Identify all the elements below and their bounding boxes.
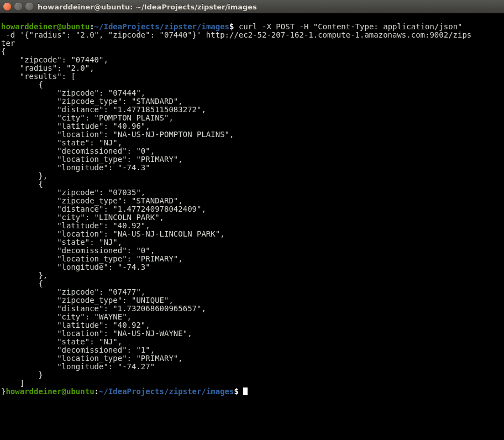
output-line: "longitude": "-74.27" xyxy=(1,362,155,371)
prompt-path-tilde: ~ xyxy=(95,22,99,31)
output-line: "location": "NA-US-NJ-WAYNE", xyxy=(1,329,192,338)
output-line: "distance": "1.477185115083272", xyxy=(1,105,206,114)
prompt-colon: : xyxy=(90,22,94,31)
maximize-icon[interactable] xyxy=(25,3,33,11)
output-line: "radius": "2.0", xyxy=(1,64,95,72)
output-line: "latitude": "40.96", xyxy=(1,122,150,130)
output-line: { xyxy=(1,47,6,56)
output-line: "decomissioned": "0", xyxy=(1,146,155,155)
window-controls xyxy=(3,3,33,11)
output-line: "location_type": "PRIMARY", xyxy=(1,254,183,263)
output-line: "zipcode": "07477", xyxy=(1,287,145,296)
cursor xyxy=(243,387,248,395)
output-line: { xyxy=(1,279,43,288)
window-title: howarddeiner@ubuntu: ~/IdeaProjects/zips… xyxy=(38,3,257,11)
output-line: { xyxy=(1,80,43,89)
command-line-2: -d '{"radius": "2.0", "zipcode": "07440"… xyxy=(1,30,471,39)
output-line: "longitude": "-74.3" xyxy=(1,163,150,172)
prompt-dollar: $ xyxy=(234,387,238,396)
output-line: }, xyxy=(1,271,48,280)
output-line: "location": "NA-US-NJ-LINCOLN PARK", xyxy=(1,229,225,238)
prompt-colon: : xyxy=(95,387,99,396)
command-line-3: ter xyxy=(1,39,15,48)
terminal-area[interactable]: howarddeiner@ubuntu:~/IdeaProjects/zipst… xyxy=(0,13,504,440)
close-icon[interactable] xyxy=(3,3,11,11)
output-line: "longitude": "-74.3" xyxy=(1,263,150,271)
output-line: "latitude": "40.92", xyxy=(1,321,150,329)
output-line: "city": "LINCOLN PARK", xyxy=(1,213,164,222)
output-line: { xyxy=(1,180,43,188)
output-line: "zipcode_type": "STANDARD", xyxy=(1,196,183,205)
output-line: "state": "NJ", xyxy=(1,337,122,346)
prompt-path-rest: /IdeaProjects/zipster/images xyxy=(99,22,229,31)
output-line: "latitude": "40.92", xyxy=(1,221,150,230)
terminal-content: howarddeiner@ubuntu:~/IdeaProjects/zipst… xyxy=(1,23,503,396)
output-line: "decomissioned": "1", xyxy=(1,345,155,354)
output-line: "city": "WAYNE", xyxy=(1,312,132,321)
prompt-user-host: howarddeiner@ubuntu xyxy=(1,22,90,31)
output-line: "results": [ xyxy=(1,72,76,81)
output-line: "distance": "1.477240978042409", xyxy=(1,205,206,213)
output-line: "location": "NA-US-NJ-POMPTON PLAINS", xyxy=(1,130,234,139)
output-line: } xyxy=(1,370,43,379)
output-line: "distance": "1.732068600965657", xyxy=(1,304,206,313)
output-line: "zipcode_type": "UNIQUE", xyxy=(1,296,174,305)
command-line-1: curl -X POST -H "Content-Type: applicati… xyxy=(234,22,462,31)
minimize-icon[interactable] xyxy=(14,3,22,11)
output-line: "city": "POMPTON PLAINS", xyxy=(1,113,174,122)
prompt-user-host: howarddeiner@ubuntu xyxy=(6,387,94,396)
output-line: "location_type": "PRIMARY", xyxy=(1,354,183,363)
output-line: "decomissioned": "0", xyxy=(1,246,155,255)
output-line: }, xyxy=(1,171,48,180)
output-line: "zipcode": "07444", xyxy=(1,88,145,97)
output-line: "zipcode": "07440", xyxy=(1,55,108,64)
output-line: "zipcode": "07035", xyxy=(1,188,145,197)
output-line: "location_type": "PRIMARY", xyxy=(1,155,183,164)
output-line: "state": "NJ", xyxy=(1,238,122,247)
window-titlebar: howarddeiner@ubuntu: ~/IdeaProjects/zips… xyxy=(0,0,504,13)
output-line: "zipcode_type": "STANDARD", xyxy=(1,97,183,106)
output-line: "state": "NJ", xyxy=(1,138,122,147)
prompt-path-rest: /IdeaProjects/zipster/images xyxy=(103,387,234,396)
output-line: ] xyxy=(1,379,24,387)
